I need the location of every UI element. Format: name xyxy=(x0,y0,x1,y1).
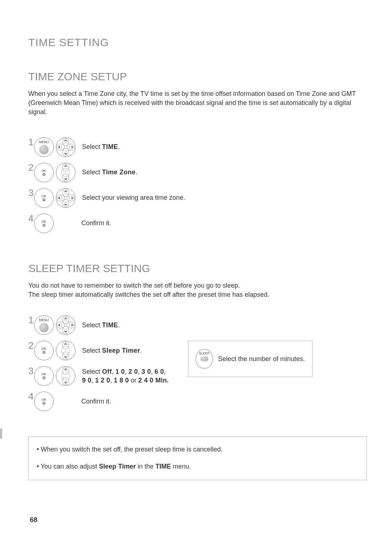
text: . xyxy=(118,143,120,150)
button-label: OK xyxy=(41,220,46,223)
button-dot xyxy=(39,145,49,154)
section-heading-timezone: TIME ZONE SETUP xyxy=(28,70,367,83)
text: Confirm it. xyxy=(81,219,111,227)
text: Select xyxy=(82,143,102,150)
text: . xyxy=(118,321,120,329)
text-bold: 9 0 xyxy=(82,377,91,384)
step-instruction: Confirm it. xyxy=(81,219,111,227)
text: Select xyxy=(82,368,102,375)
step-row: 1 MENU Select TIME. xyxy=(28,137,367,157)
section-intro: You do not have to remember to switch th… xyxy=(28,281,367,299)
step-instruction: Select your viewing area time zone. xyxy=(82,193,185,202)
text-bold: 3 0 xyxy=(142,368,151,375)
dpad-updown-icon xyxy=(56,341,75,360)
step-number: 2 xyxy=(28,341,33,350)
sleep-box-text: Select the number of minutes. xyxy=(218,355,305,363)
text-bold: 2 0 xyxy=(128,368,138,375)
ok-button-icon: OK xyxy=(34,163,54,182)
step-row: 2 OK Select Sleep Timer. xyxy=(28,341,188,360)
ok-dot-icon xyxy=(42,198,45,201)
ok-dot-icon xyxy=(42,173,45,176)
section-intro: When you select a Time Zone city, the TV… xyxy=(28,89,367,117)
text: The sleep timer automatically switches t… xyxy=(28,291,269,298)
ok-dot-icon xyxy=(42,402,45,405)
text-bold: TIME xyxy=(102,143,118,150)
text: Confirm it. xyxy=(81,398,111,405)
button-pill xyxy=(200,356,208,361)
step-number: 2 xyxy=(28,163,33,172)
step-number: 4 xyxy=(28,392,33,401)
sleep-timer-content: 1 MENU Select TIME. 2 OK xyxy=(28,315,367,417)
step-number: 1 xyxy=(28,315,33,325)
ok-button-icon: OK xyxy=(34,214,54,233)
dpad-icon xyxy=(56,315,75,335)
ok-dot-icon xyxy=(42,224,45,227)
text-bold: TIME xyxy=(155,463,171,470)
text-bold: Sleep Timer xyxy=(102,347,140,354)
step-number: 3 xyxy=(28,366,33,376)
step-instruction: Select Time Zone. xyxy=(82,168,137,177)
dpad-icon xyxy=(56,188,75,208)
dpad-icon xyxy=(56,137,75,157)
page-edge-tab xyxy=(0,429,2,439)
text-bold: 1 2 0 xyxy=(95,377,110,384)
step-row: 2 OK Select Time Zone. xyxy=(28,163,367,182)
step-number: 3 xyxy=(28,188,33,198)
text-bold: 1 0 xyxy=(115,368,125,375)
text: , xyxy=(110,377,114,384)
text: • When you switch the set off, the prese… xyxy=(37,446,222,453)
manual-page: TIME SETTING TIME ZONE SETUP When you se… xyxy=(0,0,392,480)
button-label: OK xyxy=(41,169,46,173)
ok-button-icon: OK xyxy=(34,366,54,386)
text: Select xyxy=(82,347,102,354)
button-dot xyxy=(39,323,49,332)
step-row: 3 OK Select your viewing area time zone. xyxy=(28,188,367,208)
note-line: • You can also adjust Sleep Timer in the… xyxy=(37,461,358,472)
step-row: 4 OK Confirm it. xyxy=(28,392,188,411)
text-bold: Time Zone xyxy=(102,169,135,176)
ok-dot-icon xyxy=(42,376,45,379)
notes-box: • When you switch the set off, the prese… xyxy=(28,437,367,480)
text-bold: 1 8 0 xyxy=(114,377,129,384)
text: Select xyxy=(82,321,102,329)
text-bold: 6 0 xyxy=(155,368,164,375)
text: • You can also adjust xyxy=(37,463,99,470)
ok-button-icon: OK xyxy=(34,188,54,208)
timezone-steps: 1 MENU Select TIME. 2 OK xyxy=(28,137,367,233)
step-instruction: Select Off, 1 0, 2 0, 3 0, 6 0, 9 0, 1 2… xyxy=(82,367,169,385)
page-number: 68 xyxy=(30,516,37,524)
step-row: 3 OK Select Off, 1 0, 2 0, 3 0, 6 0, 9 0… xyxy=(28,366,188,386)
text: , xyxy=(125,368,128,375)
section-heading-sleeptimer: SLEEP TIMER SETTING xyxy=(28,262,367,275)
text: Select xyxy=(82,169,102,176)
step-row: 1 MENU Select TIME. xyxy=(28,315,188,335)
menu-button-icon: MENU xyxy=(34,137,54,157)
text: or xyxy=(129,377,138,384)
text: menu. xyxy=(171,463,191,470)
text-bold: TIME xyxy=(102,321,118,329)
step-number: 4 xyxy=(28,214,33,223)
page-title: TIME SETTING xyxy=(28,36,367,49)
dpad-updown-icon xyxy=(56,163,75,182)
button-label: MENU xyxy=(39,141,49,144)
text: , xyxy=(164,368,166,375)
text: , xyxy=(112,368,115,375)
text: You do not have to remember to switch th… xyxy=(28,282,240,289)
ok-dot-icon xyxy=(42,351,45,354)
text-bold: Sleep Timer xyxy=(99,463,136,470)
button-label: MENU xyxy=(39,319,49,322)
text-bold: Off xyxy=(102,368,112,375)
button-label: OK xyxy=(41,373,46,376)
note-line: • When you switch the set off, the prese… xyxy=(37,444,358,455)
ok-button-icon: OK xyxy=(34,341,54,360)
button-label: SLEEP xyxy=(199,352,210,355)
sleeptimer-steps: 1 MENU Select TIME. 2 OK xyxy=(28,315,188,417)
menu-button-icon: MENU xyxy=(34,315,54,335)
dpad-updown-icon xyxy=(56,366,75,386)
text: in the xyxy=(136,463,155,470)
text-bold: 2 4 0 Min. xyxy=(138,377,169,384)
step-instruction: Select TIME. xyxy=(82,321,120,329)
button-label: OK xyxy=(41,398,46,401)
text: . xyxy=(135,169,137,176)
text: . xyxy=(140,347,142,354)
